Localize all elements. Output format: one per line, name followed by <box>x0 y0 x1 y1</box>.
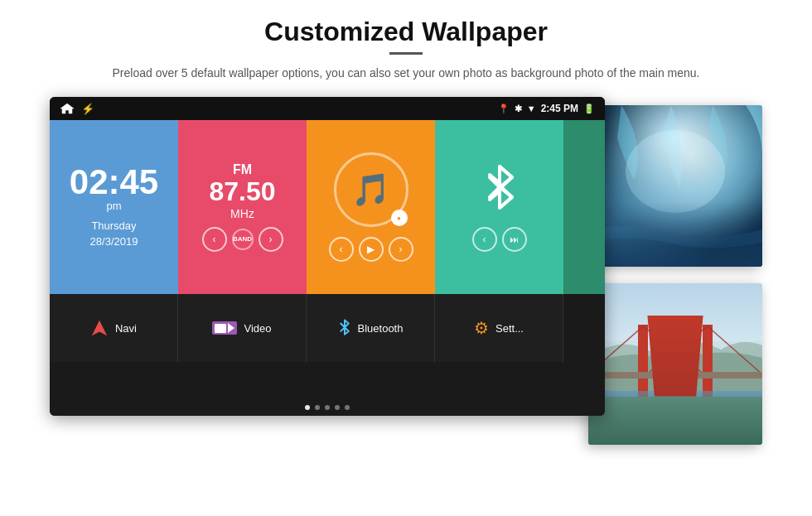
settings-icon: ⚙ <box>474 318 489 338</box>
svg-rect-14 <box>703 391 713 420</box>
status-bt-icon: ✱ <box>515 104 522 114</box>
status-right: 📍 ✱ ▼ 2:45 PM 🔋 <box>498 103 595 114</box>
svg-rect-11 <box>588 372 762 379</box>
video-icon <box>212 321 237 335</box>
music-dot: ● <box>391 210 408 226</box>
radio-widget[interactable]: FM 87.50 MHz ‹ BAND › <box>178 120 307 294</box>
nav-navi[interactable]: Navi <box>50 294 178 362</box>
battery-icon: 🔋 <box>583 104 595 114</box>
music-next-button[interactable]: › <box>389 237 413 262</box>
bridge-wallpaper <box>588 283 762 445</box>
screenshot-area: ⚡ 📍 ✱ ▼ 2:45 PM 🔋 <box>50 97 762 445</box>
clock-widget[interactable]: 02:45 pm Thursday 28/3/2019 <box>50 120 178 294</box>
nav-bluetooth-icon <box>338 319 351 337</box>
music-widget[interactable]: 🎵 ● ‹ ▶ › <box>307 120 435 294</box>
music-controls: ‹ ▶ › <box>329 237 413 262</box>
bt-prev-button[interactable]: ‹ <box>472 227 497 252</box>
ice-cave-wallpaper <box>588 105 762 267</box>
screen-content: 02:45 pm Thursday 28/3/2019 FM 87.50 MHz <box>50 120 605 416</box>
dot-5 <box>345 405 350 410</box>
music-note-icon: 🎵 <box>351 171 390 208</box>
page-title: Customized Wallpaper <box>264 17 548 47</box>
location-icon: 📍 <box>498 104 510 114</box>
title-divider <box>389 52 423 55</box>
page-dots <box>50 399 605 416</box>
wallpaper-bottom <box>588 283 762 445</box>
nav-settings-label: Sett... <box>495 322 524 335</box>
radio-label: FM <box>233 162 252 177</box>
radio-frequency: 87.50 <box>209 177 275 206</box>
radio-next-button[interactable]: › <box>259 227 283 252</box>
music-icon-circle: 🎵 ● <box>334 152 408 227</box>
wallpaper-top <box>588 105 762 267</box>
page-container: Customized Wallpaper Preload over 5 defa… <box>0 0 812 516</box>
svg-rect-13 <box>638 391 648 420</box>
usb-icon: ⚡ <box>81 103 94 115</box>
svg-rect-0 <box>588 105 762 267</box>
main-grid: 02:45 pm Thursday 28/3/2019 FM 87.50 MHz <box>50 120 605 399</box>
status-left: ⚡ <box>60 103 94 115</box>
nav-video-label: Video <box>244 322 271 335</box>
bluetooth-icon-large <box>483 162 516 219</box>
music-play-button[interactable]: ▶ <box>359 237 384 262</box>
clock-time: 02:45 <box>70 165 158 200</box>
svg-point-2 <box>626 130 725 213</box>
nav-overflow <box>563 294 605 362</box>
dot-1 <box>305 405 310 410</box>
svg-rect-12 <box>588 391 762 445</box>
signal-icon: ▼ <box>527 104 536 113</box>
svg-line-9 <box>646 326 708 374</box>
device-screen: ⚡ 📍 ✱ ▼ 2:45 PM 🔋 <box>50 97 605 416</box>
svg-rect-5 <box>638 325 648 399</box>
status-bar: ⚡ 📍 ✱ ▼ 2:45 PM 🔋 <box>50 97 605 120</box>
radio-band-button[interactable]: BAND <box>232 229 254 250</box>
dot-4 <box>335 405 340 410</box>
clock-ampm: pm <box>106 200 121 212</box>
home-icon <box>60 103 75 114</box>
radio-unit: MHz <box>230 207 254 220</box>
nav-bluetooth-label: Bluetooth <box>358 322 404 335</box>
nav-bluetooth[interactable]: Bluetooth <box>307 294 435 362</box>
nav-navi-label: Navi <box>115 322 137 335</box>
navi-icon <box>90 319 109 337</box>
nav-video[interactable]: Video <box>178 294 307 362</box>
svg-line-8 <box>643 326 704 374</box>
page-subtitle: Preload over 5 default wallpaper options… <box>112 65 699 82</box>
dot-2 <box>315 405 320 410</box>
overflow-widget <box>563 120 605 294</box>
radio-controls: ‹ BAND › <box>202 227 283 252</box>
svg-rect-6 <box>703 325 713 399</box>
bt-skip-button[interactable]: ⏭ <box>502 227 527 252</box>
bt-controls: ‹ ⏭ <box>472 227 527 252</box>
music-prev-button[interactable]: ‹ <box>329 237 354 262</box>
radio-prev-button[interactable]: ‹ <box>202 227 227 252</box>
status-time: 2:45 PM <box>541 103 578 114</box>
clock-date: Thursday 28/3/2019 <box>90 219 138 248</box>
nav-settings[interactable]: ⚙ Sett... <box>435 294 563 362</box>
dot-3 <box>325 405 330 410</box>
bluetooth-widget[interactable]: ‹ ⏭ <box>435 120 563 294</box>
svg-rect-1 <box>588 105 762 267</box>
